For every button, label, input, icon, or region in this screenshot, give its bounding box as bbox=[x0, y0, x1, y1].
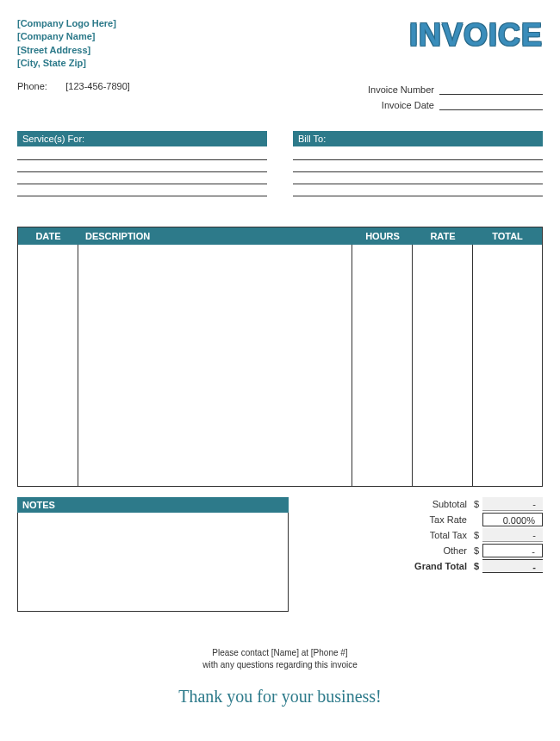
totaltax-value: - bbox=[482, 528, 543, 542]
company-info-block: [Company Logo Here] [Company Name] [Stre… bbox=[17, 17, 116, 71]
other-currency: $ bbox=[470, 545, 482, 556]
company-city-state-zip: [City, State Zip] bbox=[17, 57, 116, 70]
line-item-total-cell[interactable] bbox=[473, 245, 542, 486]
subtotal-value: - bbox=[482, 497, 543, 511]
line-item-rate-cell[interactable] bbox=[413, 245, 473, 486]
grandtotal-currency: $ bbox=[470, 561, 482, 571]
phone-row: Phone: [123-456-7890] bbox=[17, 81, 130, 91]
grandtotal-label: Grand Total bbox=[306, 561, 470, 571]
company-name: [Company Name] bbox=[17, 30, 116, 43]
totaltax-currency: $ bbox=[470, 530, 482, 540]
notes-header: NOTES bbox=[17, 497, 289, 513]
grandtotal-value: - bbox=[482, 559, 543, 573]
line-item-desc-cell[interactable] bbox=[78, 245, 352, 486]
footer-contact-line1: Please contact [Name] at [Phone #] bbox=[0, 647, 560, 659]
subtotal-label: Subtotal bbox=[306, 499, 470, 509]
services-for-lines[interactable] bbox=[17, 148, 267, 196]
col-header-rate: RATE bbox=[413, 227, 473, 245]
company-street: [Street Address] bbox=[17, 44, 116, 57]
phone-label: Phone: bbox=[17, 81, 47, 91]
summary-block: Subtotal $ - Tax Rate 0.000% Total Tax $… bbox=[306, 497, 543, 612]
footer-contact-line2: with any questions regarding this invoic… bbox=[0, 659, 560, 671]
bill-to-header: Bill To: bbox=[293, 131, 543, 146]
company-logo-placeholder: [Company Logo Here] bbox=[17, 17, 116, 30]
bill-to-lines[interactable] bbox=[293, 148, 543, 196]
taxrate-label: Tax Rate bbox=[306, 514, 470, 525]
other-label: Other bbox=[306, 545, 470, 556]
col-header-total: TOTAL bbox=[473, 227, 542, 245]
invoice-date-label: Invoice Date bbox=[382, 100, 439, 110]
col-header-description: DESCRIPTION bbox=[78, 227, 352, 245]
phone-value: [123-456-7890] bbox=[65, 81, 130, 91]
invoice-number-input[interactable] bbox=[439, 83, 543, 95]
services-for-header: Service(s) For: bbox=[17, 131, 267, 146]
other-value[interactable]: - bbox=[482, 544, 543, 557]
col-header-hours: HOURS bbox=[352, 227, 413, 245]
line-item-hours-cell[interactable] bbox=[352, 245, 413, 486]
notes-body[interactable] bbox=[17, 513, 289, 612]
invoice-date-input[interactable] bbox=[439, 98, 543, 110]
taxrate-value[interactable]: 0.000% bbox=[482, 513, 543, 526]
subtotal-currency: $ bbox=[470, 499, 482, 509]
footer-contact: Please contact [Name] at [Phone #] with … bbox=[0, 647, 560, 671]
line-item-date-cell[interactable] bbox=[18, 245, 78, 486]
invoice-title: INVOICE bbox=[409, 17, 543, 53]
totaltax-label: Total Tax bbox=[306, 530, 470, 540]
footer-thanks: Thank you for your business! bbox=[0, 687, 560, 707]
col-header-date: DATE bbox=[18, 227, 78, 245]
invoice-number-label: Invoice Number bbox=[368, 84, 439, 95]
line-items-table: DATE DESCRIPTION HOURS RATE TOTAL bbox=[17, 227, 543, 487]
